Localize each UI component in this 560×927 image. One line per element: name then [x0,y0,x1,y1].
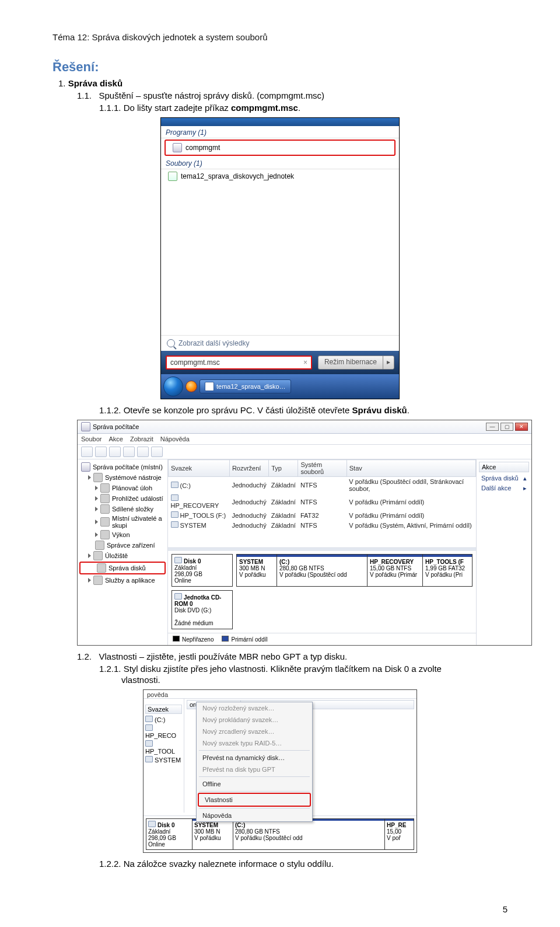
part-status: V poř [387,835,401,841]
list-item[interactable]: SYSTEM [145,755,182,764]
part-size: 15,00 [387,828,401,835]
table-row[interactable]: HP_RECOVERYJednoduchýZákladníNTFSV pořád… [169,493,476,510]
ctx-new-striped[interactable]: Nový prokládaný svazek… [197,714,312,726]
col-type[interactable]: Typ [269,460,298,477]
part-size: 300 MB N [194,828,220,835]
tree-scheduler[interactable]: Plánovač úloh [79,483,166,493]
list-item[interactable]: HP_RECO [145,724,182,740]
disk0-panel: Disk 0 Základní 298,09 GB Online SYSTEM3… [168,550,476,590]
ctx-help[interactable]: Nápověda [197,810,312,821]
tool-button[interactable] [151,447,163,457]
ctx-new-spanned[interactable]: Nový rozložený svazek… [197,702,312,714]
drive-icon [171,494,178,501]
step-1-2-2: 1.2.2. Na záložce svazky naleznete infor… [99,859,508,869]
action-more[interactable]: Další akce▸ [479,483,529,493]
table-row[interactable]: HP_TOOLS (F:)JednoduchýZákladníFAT32V po… [169,510,476,520]
tree-devmgr[interactable]: Správce zařízení [79,540,166,550]
partition[interactable]: HP_RECOVERY15,00 GB NTFSV pořádku (Primá… [368,554,423,587]
ctx-new-mirrored[interactable]: Nový zrcadlený svazek… [197,726,312,737]
cell: V pořádku (Primární oddíl) [346,493,475,510]
partition[interactable]: HP_RE15,00V poř [385,818,414,850]
ctx-new-raid5[interactable]: Nový svazek typu RAID-5… [197,737,312,749]
step-1-2-1-cont: vlastnosti. [121,675,508,685]
help-button[interactable] [123,447,135,457]
tool-button[interactable] [137,447,149,457]
expand-icon [88,578,91,583]
list-item[interactable]: HP_TOOL [145,740,182,755]
taskbar: tema12_sprava_disko… [161,374,399,399]
drive-icon [145,716,153,722]
table-row[interactable]: (C:)JednoduchýZákladníNTFSV pořádku (Spo… [169,477,476,494]
partition[interactable]: SYSTEM300 MB NV pořádku [236,554,277,587]
ctx-properties[interactable]: Vlastnosti [198,793,311,807]
action-diskmgmt[interactable]: Správa disků▴ [479,473,529,483]
disk0-header[interactable]: Disk 0 Základní 298,09 GB Online [172,554,233,587]
label: Plánovač úloh [112,485,152,492]
col-status[interactable]: Stav [346,460,475,477]
menu-help-partial[interactable]: pověda [147,691,168,698]
label: HP_TOOL [145,748,175,755]
tree-perf[interactable]: Výkon [79,529,166,540]
cell: HP_TOOLS (F:) [180,512,226,519]
power-options-arrow[interactable]: ▸ [383,356,394,370]
table-row[interactable]: SYSTEMJednoduchýZákladníNTFSV pořádku (S… [169,520,476,530]
screenshot-start-menu: Programy (1) compmgmt Soubory (1) tema12… [52,117,508,399]
menu-file[interactable]: Soubor [81,435,102,442]
col-fs[interactable]: Systém souborů [298,460,346,477]
perf-icon [100,530,110,539]
partition[interactable]: (C:)280,80 GB NTFSV pořádku (Spouštěcí o… [233,818,385,850]
ctx-offline[interactable]: Offline [197,778,312,790]
maximize-button[interactable]: ▢ [501,423,513,431]
section-programs: Programy (1) [161,126,399,138]
menu-view[interactable]: Zobrazit [130,435,153,442]
disk-label: Disk 0 [184,558,201,564]
tree-system-tools[interactable]: Systémové nástroje [79,472,166,483]
partition[interactable]: SYSTEM300 MB NV pořádku [192,818,233,850]
menu-action[interactable]: Akce [108,435,123,442]
minimize-button[interactable]: — [486,423,499,431]
part-name: SYSTEM [239,559,263,565]
partition[interactable]: HP_TOOLS (F1,99 GB FAT32V pořádku (Pri [423,554,473,587]
disk-size: 298,09 GB [148,835,176,841]
partition[interactable]: (C:)280,80 GB NTFSV pořádku (Spouštěcí o… [277,554,368,587]
ctx-convert-dynamic[interactable]: Převést na dynamický disk… [197,752,312,764]
clear-icon[interactable]: × [303,358,307,367]
tree-root[interactable]: Správa počítače (místní) [79,462,166,472]
tree-users[interactable]: Místní uživatelé a skupi [79,514,166,529]
disk-type: Základní [148,828,170,835]
menu-help[interactable]: Nápověda [160,435,190,442]
col-layout[interactable]: Rozvržení [229,460,268,477]
label: Služby a aplikace [105,577,155,584]
more-results[interactable]: Zobrazit další výsledky [161,335,399,351]
hibernate-button[interactable]: Režim hibernace [318,356,383,370]
refresh-button[interactable] [109,447,121,457]
back-button[interactable] [81,447,93,457]
tree-shared[interactable]: Sdílené složky [79,504,166,514]
label: Zobrazit další výsledky [178,339,249,347]
tree-services[interactable]: Služby a aplikace [79,575,166,586]
drive-icon [145,724,153,731]
task-word[interactable]: tema12_sprava_disko… [200,379,291,393]
result-compmgmt[interactable]: compmgmt [164,140,396,156]
legend-unalloc: Nepřiřazeno [182,636,214,643]
disk0-header[interactable]: Disk 0 Základní 298,09 GB Online [146,818,192,850]
part-name: (C:) [235,822,245,828]
list-item[interactable]: (C:) [145,715,182,724]
tree-disk-mgmt[interactable]: Správa disků [79,562,166,574]
cell: HP_RECOVERY [171,502,219,509]
cdrom-header[interactable]: Jednotka CD-ROM 0 Disk DVD (G:) Žádné mé… [172,590,233,629]
col-header[interactable]: Svazek [145,705,182,714]
forward-button[interactable] [95,447,107,457]
start-orb[interactable] [163,377,183,396]
cell: NTFS [298,477,346,494]
tree-eventvwr[interactable]: Prohlížeč událostí [79,493,166,504]
tree-storage[interactable]: Úložiště [79,550,166,561]
firefox-icon[interactable] [186,381,197,392]
result-file[interactable]: tema12_sprava_diskovych_jednotek [161,169,399,183]
label: Správa disků [481,475,519,482]
start-search-input[interactable]: compmgmt.msc × [166,356,312,370]
device-icon [95,541,104,550]
close-button[interactable]: ✕ [515,423,528,431]
ctx-convert-gpt[interactable]: Převést na disk typu GPT [197,764,312,775]
col-volume[interactable]: Svazek [169,460,230,477]
